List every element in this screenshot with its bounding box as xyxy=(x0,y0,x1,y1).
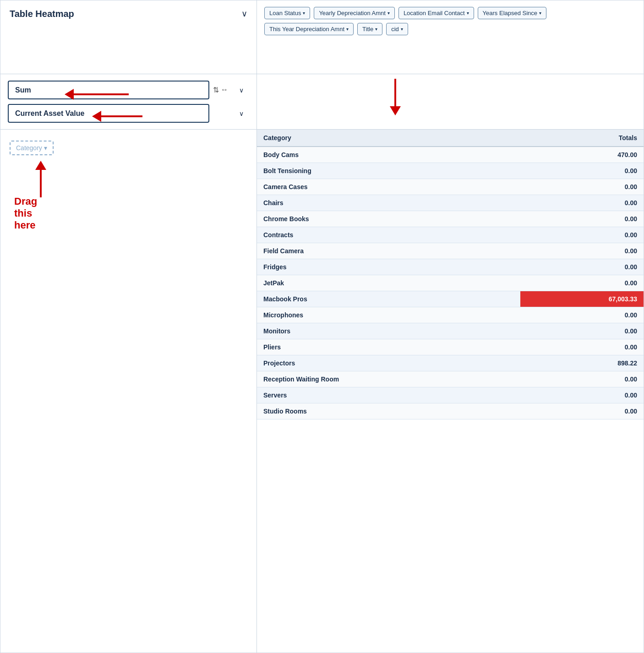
table-cell-value: 470.00 xyxy=(520,147,644,163)
page-title: Table Heatmap xyxy=(10,9,74,19)
table-cell-value: 0.00 xyxy=(520,339,644,355)
table-row: Camera Cases0.00 xyxy=(257,179,644,195)
table-cell-value: 0.00 xyxy=(520,195,644,211)
table-row: JetPak0.00 xyxy=(257,275,644,291)
filter-chip-4[interactable]: This Year Depreciation Amnt▾ xyxy=(264,23,354,35)
table-cell-category: Contracts xyxy=(257,227,520,243)
heatmap-table: Category Totals Body Cams470.00Bolt Tens… xyxy=(257,130,644,419)
arrow-head-left-sum xyxy=(65,89,74,100)
table-cell-value: 0.00 xyxy=(520,371,644,387)
chip-arrow-2: ▾ xyxy=(467,11,469,16)
table-row: Microphones0.00 xyxy=(257,307,644,323)
table-row: Monitors0.00 xyxy=(257,323,644,339)
chip-label-5: Title xyxy=(362,26,373,33)
main-row: Category ▾ Drag this here Category Tota xyxy=(0,130,644,653)
table-cell-value: 67,003.33 xyxy=(520,291,644,307)
table-cell-value: 0.00 xyxy=(520,275,644,291)
category-chip-label: Category xyxy=(16,144,42,152)
chip-label-2: Location Email Contact xyxy=(404,10,465,16)
table-row: Studio Rooms0.00 xyxy=(257,403,644,419)
chip-label-4: This Year Depreciation Amnt xyxy=(269,26,344,33)
header-left: Table Heatmap ∨ xyxy=(0,0,257,74)
table-row: Reception Waiting Room0.00 xyxy=(257,371,644,387)
table-cell-category: Field Camera xyxy=(257,243,520,259)
chip-arrow-4: ▾ xyxy=(346,27,349,32)
main-right-panel: Category Totals Body Cams470.00Bolt Tens… xyxy=(257,130,644,653)
chip-arrow-1: ▾ xyxy=(387,11,390,16)
table-cell-category: JetPak xyxy=(257,275,520,291)
col-header-category: Category xyxy=(257,130,520,147)
chip-label-6: cid xyxy=(391,26,399,33)
table-cell-value: 0.00 xyxy=(520,211,644,227)
drag-up-arrow xyxy=(35,161,46,197)
filter-chip-2[interactable]: Location Email Contact▾ xyxy=(398,7,474,19)
arrow-line-up xyxy=(40,170,42,197)
arrow-line-sum xyxy=(74,93,129,95)
table-row: Projectors898.22 xyxy=(257,355,644,371)
totals-arrow-annotation xyxy=(390,79,401,115)
main-left-panel: Category ▾ Drag this here xyxy=(0,130,257,653)
table-cell-value: 0.00 xyxy=(520,259,644,275)
controls-left: Sum ∨ ⇅ ↔ Current Asset Value ∨ xyxy=(0,74,257,129)
chip-label-0: Loan Status xyxy=(269,10,301,16)
table-cell-category: Reception Waiting Room xyxy=(257,371,520,387)
table-cell-category: Servers xyxy=(257,387,520,403)
category-chip[interactable]: Category ▾ xyxy=(10,141,54,155)
table-row: Macbook Pros67,003.33 xyxy=(257,291,644,307)
table-cell-category: Monitors xyxy=(257,323,520,339)
chip-arrow-6: ▾ xyxy=(401,27,403,32)
chip-arrow-0: ▾ xyxy=(303,11,305,16)
table-cell-category: Microphones xyxy=(257,307,520,323)
table-row: Pliers0.00 xyxy=(257,339,644,355)
sum-arrow-annotation xyxy=(65,89,129,100)
table-cell-category: Chairs xyxy=(257,195,520,211)
controls-row: Sum ∨ ⇅ ↔ Current Asset Value ∨ xyxy=(0,74,644,130)
controls-right xyxy=(257,74,644,129)
arrow-head-down xyxy=(390,106,401,115)
table-cell-category: Studio Rooms xyxy=(257,403,520,419)
category-chip-arrow: ▾ xyxy=(44,144,47,152)
header-row: Table Heatmap ∨ Loan Status▾Yearly Depre… xyxy=(0,0,644,74)
table-cell-category: Chrome Books xyxy=(257,211,520,227)
table-cell-value: 0.00 xyxy=(520,403,644,419)
arrow-line-cav xyxy=(101,115,142,117)
chip-label-3: Years Elapsed Since xyxy=(483,10,538,16)
category-annotation-group: Category ▾ Drag this here xyxy=(10,141,54,155)
table-cell-value: 0.00 xyxy=(520,163,644,179)
table-row: Chairs0.00 xyxy=(257,195,644,211)
filter-chip-1[interactable]: Yearly Depreciation Amnt▾ xyxy=(314,7,395,19)
chip-arrow-5: ▾ xyxy=(375,27,377,32)
arrow-head-up xyxy=(35,161,46,170)
table-cell-value: 0.00 xyxy=(520,243,644,259)
filter-chip-5[interactable]: Title▾ xyxy=(357,23,382,35)
collapse-icon[interactable]: ∨ xyxy=(241,9,247,19)
table-cell-category: Macbook Pros xyxy=(257,291,520,307)
arrow-line-down xyxy=(394,79,396,106)
table-cell-value: 0.00 xyxy=(520,179,644,195)
chip-arrow-3: ▾ xyxy=(539,11,541,16)
arrow-head-left-cav xyxy=(92,111,101,122)
table-cell-category: Fridges xyxy=(257,259,520,275)
sum-chevron-icon: ∨ xyxy=(239,87,244,94)
asset-chevron-icon: ∨ xyxy=(239,110,244,117)
table-cell-value: 0.00 xyxy=(520,307,644,323)
sort-vertical-icon[interactable]: ⇅ xyxy=(213,86,219,94)
table-header-row: Category Totals xyxy=(257,130,644,147)
table-cell-value: 0.00 xyxy=(520,227,644,243)
table-row: Fridges0.00 xyxy=(257,259,644,275)
cav-arrow-annotation xyxy=(92,111,142,122)
filter-chip-6[interactable]: cid▾ xyxy=(386,23,408,35)
filter-chip-0[interactable]: Loan Status▾ xyxy=(264,7,310,19)
table-row: Body Cams470.00 xyxy=(257,147,644,163)
col-header-totals: Totals xyxy=(520,130,644,147)
filter-chip-3[interactable]: Years Elapsed Since▾ xyxy=(478,7,547,19)
table-cell-category: Camera Cases xyxy=(257,179,520,195)
sort-horizontal-icon[interactable]: ↔ xyxy=(221,86,228,94)
table-row: Contracts0.00 xyxy=(257,227,644,243)
drag-label: Drag this here xyxy=(14,196,54,231)
table-cell-category: Bolt Tensioning xyxy=(257,163,520,179)
table-cell-value: 0.00 xyxy=(520,387,644,403)
table-cell-value: 898.22 xyxy=(520,355,644,371)
table-cell-value: 0.00 xyxy=(520,323,644,339)
filter-chips-area: Loan Status▾Yearly Depreciation Amnt▾Loc… xyxy=(257,0,644,74)
